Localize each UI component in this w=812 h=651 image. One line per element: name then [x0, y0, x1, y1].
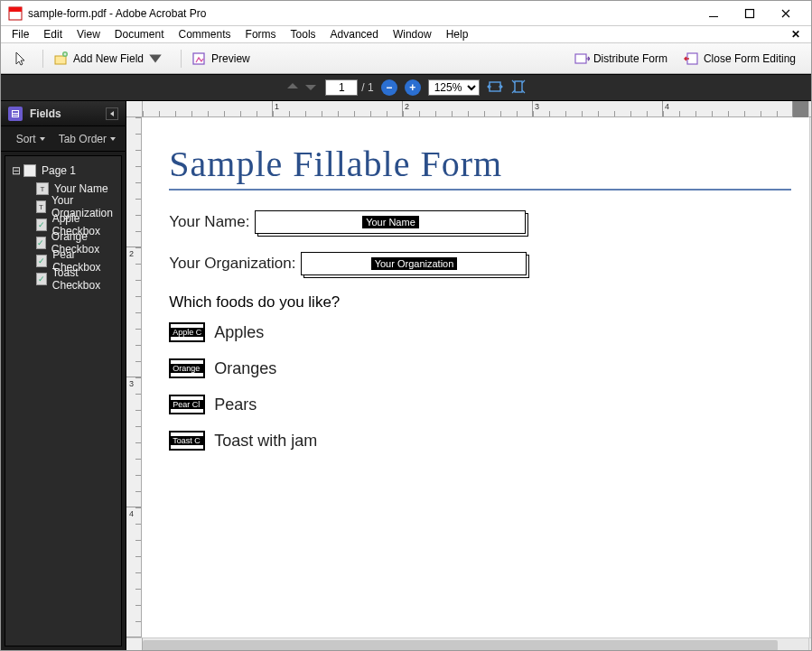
close-form-editing-label: Close Form Editing: [704, 52, 796, 65]
distribute-form-label: Distribute Form: [593, 52, 667, 65]
svg-rect-13: [13, 114, 18, 115]
svg-rect-2: [709, 16, 718, 17]
menubar-close-icon[interactable]: ✕: [784, 28, 807, 41]
checkbox-label: Oranges: [214, 359, 276, 378]
form-toolbar: Add New Field Preview Distribute Form Cl…: [1, 43, 811, 74]
separator: [181, 50, 182, 68]
tree-field-item[interactable]: Toast Checkbox: [11, 270, 116, 288]
app-icon: [8, 6, 23, 21]
menubar: File Edit View Document Comments Forms T…: [1, 25, 811, 43]
fields-panel-title: Fields: [30, 107, 61, 120]
svg-rect-14: [13, 116, 18, 116]
checkbox-field[interactable]: Pear Cl: [169, 395, 205, 414]
menu-help[interactable]: Help: [439, 28, 476, 41]
panel-collapse-button[interactable]: [106, 107, 118, 120]
window-maximize-button[interactable]: [732, 4, 768, 23]
page-total-label: / 1: [361, 81, 373, 94]
close-form-editing-button[interactable]: Close Form Editing: [677, 47, 802, 70]
fit-page-button[interactable]: [510, 79, 527, 98]
tree-page-label: Page 1: [42, 164, 76, 177]
window-close-button[interactable]: [768, 4, 804, 23]
checkbox-field[interactable]: Toast C: [169, 431, 205, 451]
distribute-form-button[interactable]: Distribute Form: [567, 47, 674, 70]
add-new-field-button[interactable]: Add New Field: [47, 47, 173, 70]
menu-file[interactable]: File: [5, 28, 36, 41]
tab-order-menu[interactable]: Tab Order: [59, 133, 117, 145]
ruler-tick-label: 1: [275, 102, 279, 111]
checkbox-row: Apple CApples: [169, 322, 790, 342]
horizontal-scrollbar[interactable]: [143, 637, 808, 651]
page-canvas[interactable]: Sample Fillable Form Your Name: Your Nam…: [142, 117, 808, 637]
ruler-tick-label: 3: [535, 102, 539, 111]
tree-collapse-icon[interactable]: ⊟: [11, 164, 22, 177]
page-number-input[interactable]: [325, 79, 358, 96]
zoom-select[interactable]: 125%: [428, 79, 480, 96]
name-field[interactable]: Your Name: [255, 210, 526, 234]
zoom-out-button[interactable]: −: [381, 79, 397, 96]
heading-rule: [169, 189, 790, 191]
menu-forms[interactable]: Forms: [238, 28, 284, 41]
page-icon: [23, 164, 36, 177]
sort-menu[interactable]: Sort: [16, 133, 46, 145]
ruler-tick-label: 3: [129, 379, 134, 388]
vertical-ruler: 234: [126, 117, 142, 637]
org-field-tag: Your Organization: [371, 257, 458, 270]
svg-rect-4: [55, 56, 66, 64]
select-tool-button[interactable]: [6, 47, 35, 70]
tree-field-label: Toast Checkbox: [52, 266, 116, 292]
text-field-icon: [36, 182, 49, 195]
checkbox-field-icon: [36, 273, 47, 285]
horizontal-scrollbar-thumb[interactable]: [143, 640, 778, 651]
checkbox-tag: Toast C: [171, 436, 203, 445]
checkbox-field[interactable]: Orange: [169, 358, 205, 378]
checkbox-row: OrangeOranges: [169, 358, 790, 378]
checkbox-tag: Apple C: [171, 328, 203, 337]
fields-panel: Fields Sort Tab Order ⊟ Page 1 Your Name…: [1, 101, 126, 650]
prev-page-button[interactable]: [285, 79, 300, 97]
fit-width-button[interactable]: [487, 79, 503, 98]
checkbox-label: Toast with jam: [214, 432, 317, 451]
checkbox-label: Pears: [214, 395, 257, 414]
menu-window[interactable]: Window: [386, 28, 439, 41]
ruler-tick-label: 2: [405, 102, 409, 111]
org-field[interactable]: Your Organization: [301, 252, 527, 275]
next-page-button[interactable]: [303, 79, 318, 97]
question-label: Which foods do you like?: [169, 293, 790, 312]
menu-advanced[interactable]: Advanced: [323, 28, 386, 41]
svg-rect-10: [515, 81, 522, 92]
svg-rect-1: [9, 7, 22, 12]
checkbox-tag: Orange: [171, 364, 203, 373]
window-title: sample-form.pdf - Adobe Acrobat Pro: [28, 7, 695, 20]
menu-tools[interactable]: Tools: [284, 28, 323, 41]
svg-rect-7: [575, 54, 586, 63]
checkbox-row: Toast CToast with jam: [169, 431, 790, 451]
checkbox-field-icon: [36, 219, 47, 231]
name-field-label: Your Name:: [169, 213, 249, 231]
tree-field-label: Your Name: [54, 182, 108, 195]
page-nav-bar: / 1 − + 125%: [1, 74, 811, 101]
svg-rect-3: [746, 9, 754, 17]
zoom-in-button[interactable]: +: [405, 79, 421, 96]
tree-page-node[interactable]: ⊟ Page 1: [11, 162, 116, 180]
menu-edit[interactable]: Edit: [36, 28, 70, 41]
svg-rect-12: [13, 111, 18, 113]
fields-panel-icon: [8, 107, 23, 121]
ruler-tick-label: 4: [665, 102, 669, 111]
text-field-icon: [36, 200, 46, 213]
preview-button[interactable]: Preview: [185, 47, 257, 70]
menu-comments[interactable]: Comments: [172, 28, 238, 41]
org-field-label: Your Organization:: [169, 255, 295, 273]
document-view: 1234 234 Sample Fillable Form Your Name:…: [126, 101, 812, 650]
add-new-field-label: Add New Field: [73, 52, 144, 65]
horizontal-ruler: 1234: [143, 101, 793, 117]
checkbox-label: Apples: [214, 323, 264, 342]
window-minimize-button[interactable]: [695, 4, 732, 23]
ruler-tick-label: 4: [129, 509, 134, 518]
fields-tree[interactable]: ⊟ Page 1 Your NameYour OrganizationApple…: [5, 155, 122, 646]
checkbox-field[interactable]: Apple C: [169, 322, 205, 342]
menu-view[interactable]: View: [70, 28, 107, 41]
titlebar: sample-form.pdf - Adobe Acrobat Pro: [1, 1, 811, 25]
checkbox-field-icon: [36, 255, 47, 267]
name-field-tag: Your Name: [362, 216, 419, 228]
menu-document[interactable]: Document: [107, 28, 172, 41]
